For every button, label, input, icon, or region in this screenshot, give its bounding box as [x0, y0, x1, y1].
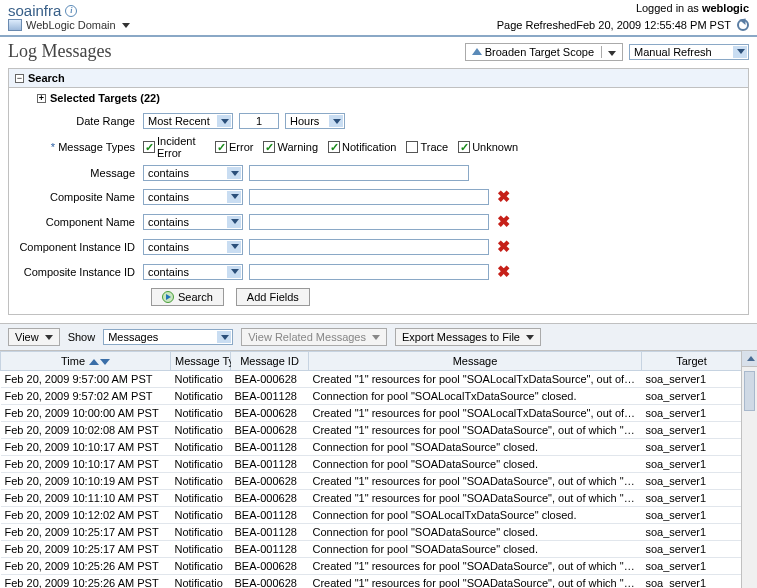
field-label: Component Name	[15, 216, 143, 228]
field-op-select[interactable]: contains	[143, 214, 243, 230]
sort-asc-icon	[89, 359, 99, 365]
table-row[interactable]: Feb 20, 2009 10:25:17 AM PSTNotificatioB…	[1, 541, 742, 558]
date-range-mode-select[interactable]: Most Recent	[143, 113, 233, 129]
broaden-target-scope-button[interactable]: Broaden Target Scope	[465, 43, 623, 61]
field-label: Component Instance ID	[15, 241, 143, 253]
table-row[interactable]: Feb 20, 2009 10:25:26 AM PSTNotificatioB…	[1, 558, 742, 575]
sort-desc-icon	[100, 359, 110, 365]
search-button[interactable]: Search	[151, 288, 224, 306]
table-row[interactable]: Feb 20, 2009 10:00:00 AM PSTNotificatioB…	[1, 405, 742, 422]
delete-row-icon[interactable]: ✖	[497, 262, 510, 281]
collapse-icon[interactable]: −	[15, 74, 24, 83]
domain-icon	[8, 19, 22, 31]
expand-icon[interactable]: +	[37, 94, 46, 103]
view-menu[interactable]: View	[8, 328, 60, 346]
field-value-input[interactable]	[249, 189, 489, 205]
col-message-id[interactable]: Message ID	[231, 352, 309, 371]
table-row[interactable]: Feb 20, 2009 10:12:02 AM PSTNotificatioB…	[1, 507, 742, 524]
message-value-input[interactable]	[249, 165, 469, 181]
delete-row-icon[interactable]: ✖	[497, 212, 510, 231]
table-row[interactable]: Feb 20, 2009 10:25:17 AM PSTNotificatioB…	[1, 524, 742, 541]
search-header-title: Search	[28, 72, 65, 84]
cb-incident-error[interactable]: Incident Error	[143, 135, 205, 159]
domain-label: WebLogic Domain	[26, 19, 116, 31]
search-panel: − Search + Selected Targets (22) Date Ra…	[8, 68, 749, 315]
col-time[interactable]: Time	[1, 352, 171, 371]
refresh-mode-select[interactable]: Manual Refresh	[629, 44, 749, 60]
results-toolbar: View Show Messages View Related Messages…	[0, 323, 757, 351]
field-label: Composite Name	[15, 191, 143, 203]
cb-trace[interactable]: Trace	[406, 141, 448, 153]
export-messages-button[interactable]: Export Messages to File	[395, 328, 541, 346]
table-row[interactable]: Feb 20, 2009 9:57:02 AM PSTNotificatioBE…	[1, 388, 742, 405]
table-row[interactable]: Feb 20, 2009 10:25:26 AM PSTNotificatioB…	[1, 575, 742, 588]
table-header-row: Time Message Type Message ID Message Tar…	[1, 352, 742, 371]
table-row[interactable]: Feb 20, 2009 10:10:17 AM PSTNotificatioB…	[1, 456, 742, 473]
date-range-label: Date Range	[15, 115, 143, 127]
message-types-label: * Message Types	[15, 141, 143, 153]
refresh-icon[interactable]	[737, 19, 749, 31]
table-row[interactable]: Feb 20, 2009 10:02:08 AM PSTNotificatioB…	[1, 422, 742, 439]
field-value-input[interactable]	[249, 264, 489, 280]
scroll-thumb[interactable]	[744, 371, 755, 411]
field-label: Composite Instance ID	[15, 266, 143, 278]
chevron-down-icon	[526, 335, 534, 340]
show-select[interactable]: Messages	[103, 329, 233, 345]
table-row[interactable]: Feb 20, 2009 10:10:17 AM PSTNotificatioB…	[1, 439, 742, 456]
info-icon[interactable]: i	[65, 5, 77, 17]
cb-warning[interactable]: Warning	[263, 141, 318, 153]
broaden-up-icon	[472, 48, 482, 55]
field-value-input[interactable]	[249, 239, 489, 255]
col-message[interactable]: Message	[309, 352, 642, 371]
app-title: soainfra i	[8, 2, 77, 19]
domain-menu[interactable]: WebLogic Domain	[8, 19, 130, 31]
message-label: Message	[15, 167, 143, 179]
date-range-value-input[interactable]	[239, 113, 279, 129]
log-table: Time Message Type Message ID Message Tar…	[0, 351, 742, 588]
table-row[interactable]: Feb 20, 2009 10:11:10 AM PSTNotificatioB…	[1, 490, 742, 507]
scroll-up-arrow[interactable]	[742, 351, 757, 367]
selected-targets-label: Selected Targets (22)	[50, 92, 160, 104]
delete-row-icon[interactable]: ✖	[497, 237, 510, 256]
col-message-type[interactable]: Message Type	[171, 352, 231, 371]
selected-targets-row[interactable]: + Selected Targets (22)	[9, 88, 748, 108]
search-header[interactable]: − Search	[9, 69, 748, 88]
show-label: Show	[68, 331, 96, 343]
chevron-down-icon	[45, 335, 53, 340]
add-fields-button[interactable]: Add Fields	[236, 288, 310, 306]
message-op-select[interactable]: contains	[143, 165, 243, 181]
page-title: Log Messages	[8, 41, 111, 62]
cb-error[interactable]: Error	[215, 141, 253, 153]
field-op-select[interactable]: contains	[143, 264, 243, 280]
cb-unknown[interactable]: Unknown	[458, 141, 518, 153]
field-op-select[interactable]: contains	[143, 239, 243, 255]
col-target[interactable]: Target	[642, 352, 742, 371]
field-value-input[interactable]	[249, 214, 489, 230]
play-icon	[162, 291, 174, 303]
date-range-unit-select[interactable]: Hours	[285, 113, 345, 129]
delete-row-icon[interactable]: ✖	[497, 187, 510, 206]
page-refreshed: Page Refreshed Feb 20, 2009 12:55:48 PM …	[497, 19, 749, 31]
field-op-select[interactable]: contains	[143, 189, 243, 205]
chevron-down-icon	[122, 23, 130, 28]
table-row[interactable]: Feb 20, 2009 9:57:00 AM PSTNotificatioBE…	[1, 371, 742, 388]
view-related-messages-button[interactable]: View Related Messages	[241, 328, 387, 346]
chevron-down-icon	[372, 335, 380, 340]
cb-notification[interactable]: Notification	[328, 141, 396, 153]
table-row[interactable]: Feb 20, 2009 10:10:19 AM PSTNotificatioB…	[1, 473, 742, 490]
app-name: soainfra	[8, 2, 61, 19]
vertical-scrollbar[interactable]	[741, 351, 757, 588]
login-info: Logged in as weblogic	[636, 2, 749, 14]
chevron-down-icon	[608, 51, 616, 56]
